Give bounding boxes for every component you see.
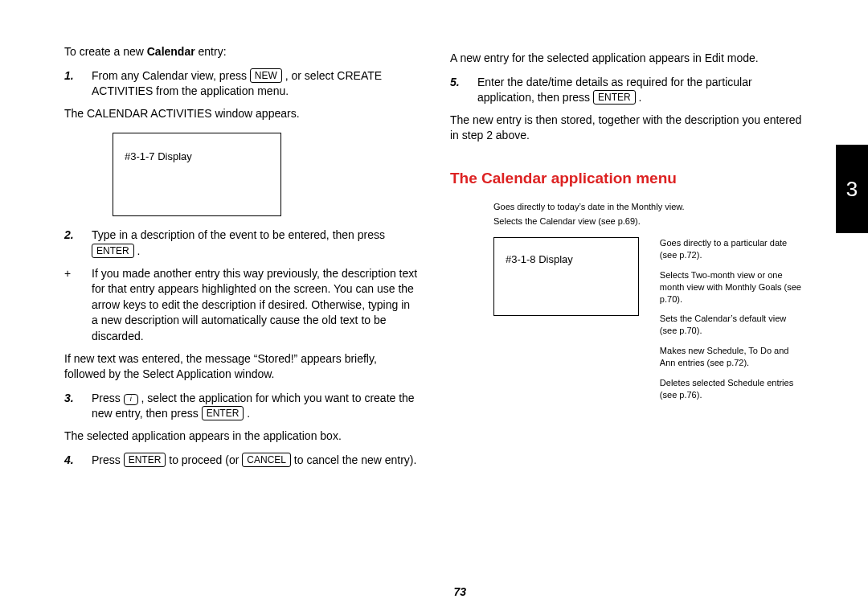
step-5-number: 5. <box>450 75 477 106</box>
step-3-text-b: , select the application for which you w… <box>92 392 415 420</box>
display-annotation-row: #3-1-8 Display Goes directly to a partic… <box>493 237 804 408</box>
step-2-body: Type in a description of the event to be… <box>92 228 418 259</box>
step-3: 3. Press i , select the application for … <box>64 391 418 422</box>
annotation-top: Goes directly to today’s date in the Mon… <box>493 201 804 228</box>
step-1-body: From any Calendar view, press NEW , or s… <box>92 68 418 100</box>
annot-r1: Goes directly to a particular date (see … <box>660 237 804 261</box>
plus-body: If you made another entry this way previ… <box>92 266 418 345</box>
step-1-number: 1. <box>64 68 92 100</box>
step-2-number: 2. <box>64 228 92 259</box>
annot-r2: Selects Two-month view or one month view… <box>660 269 804 306</box>
after-step-3: The selected application appears in the … <box>64 429 418 445</box>
plus-mark: + <box>64 266 92 345</box>
step-2-text-a: Type in a description of the event to be… <box>92 228 385 241</box>
page-number: 73 <box>453 585 466 598</box>
key-enter-2: ENTER <box>202 406 244 420</box>
right-top-para: A new entry for the selected application… <box>450 51 804 67</box>
annotation-right-list: Goes directly to a particular date (see … <box>660 237 804 408</box>
step-4-number: 4. <box>64 453 92 469</box>
step-2-text-b: . <box>134 244 141 257</box>
step-4-text-a: Press <box>92 453 124 466</box>
step-plus: + If you made another entry this way pre… <box>64 266 418 345</box>
intro-post: entry: <box>195 45 227 58</box>
right-column: A new entry for the selected application… <box>450 44 804 474</box>
step-3-body: Press i , select the application for whi… <box>92 391 418 422</box>
step-3-text-c: . <box>244 407 250 420</box>
chapter-tab: 3 <box>836 145 868 233</box>
annot-r3: Sets the Calendar’s default view (see p.… <box>660 313 804 337</box>
annot-top-1: Goes directly to today’s date in the Mon… <box>493 201 804 213</box>
step-1: 1. From any Calendar view, press NEW , o… <box>64 68 418 100</box>
step-2: 2. Type in a description of the event to… <box>64 228 418 259</box>
step-1-text-a: From any Calendar view, press <box>92 69 250 82</box>
display-box-1: #3-1-7 Display <box>113 133 281 216</box>
step-4: 4. Press ENTER to proceed (or CANCEL to … <box>64 453 418 469</box>
intro-line: To create a new Calendar entry: <box>64 44 418 60</box>
key-enter-1: ENTER <box>92 244 134 258</box>
after-step-2: If new text was entered, the message “St… <box>64 351 418 383</box>
annot-r4: Makes new Schedule, To Do and Ann entrie… <box>660 345 804 369</box>
step-4-text-b: to proceed (or <box>166 453 242 466</box>
step-5: 5. Enter the date/time details as requir… <box>450 75 804 106</box>
key-i: i <box>124 394 138 405</box>
key-new: NEW <box>250 68 282 83</box>
display-1-label: #3-1-7 Display <box>125 150 192 162</box>
step-3-text-a: Press <box>92 392 124 404</box>
intro-bold: Calendar <box>147 45 195 58</box>
annot-r5: Deletes selected Schedule entries (see p… <box>660 377 804 401</box>
key-enter-3: ENTER <box>124 453 166 467</box>
after-step-1: The CALENDAR ACTIVITIES window appears. <box>64 106 418 122</box>
step-5-text-b: . <box>636 91 642 104</box>
after-step-5: The new entry is then stored, together w… <box>450 113 804 144</box>
intro-pre: To create a new <box>64 45 147 58</box>
step-4-text-c: to cancel the new entry). <box>291 453 416 466</box>
step-3-number: 3. <box>64 391 92 422</box>
annot-top-2: Selects the Calendar view (see p.69). <box>493 215 804 228</box>
left-column: To create a new Calendar entry: 1. From … <box>64 44 418 474</box>
key-cancel: CANCEL <box>242 453 291 467</box>
key-enter-4: ENTER <box>593 90 636 105</box>
display-2-label: #3-1-8 Display <box>506 253 573 265</box>
step-4-body: Press ENTER to proceed (or CANCEL to can… <box>92 453 418 469</box>
step-5-body: Enter the date/time details as required … <box>477 75 804 106</box>
section-heading: The Calendar application menu <box>450 168 804 190</box>
display-box-2: #3-1-8 Display <box>493 237 639 316</box>
